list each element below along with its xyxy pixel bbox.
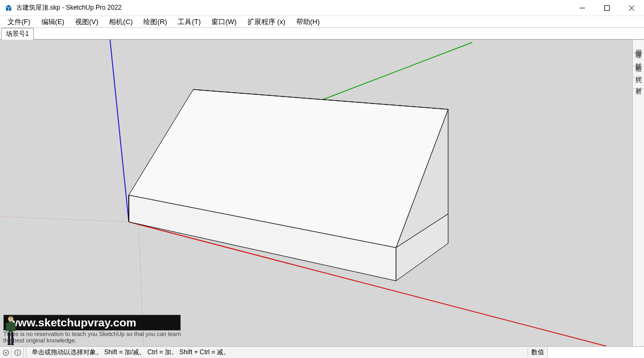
viewport[interactable]: www.sketchupvray.com There is no reserva… bbox=[0, 40, 632, 346]
measure-input[interactable] bbox=[547, 347, 644, 358]
watermark: www.sketchupvray.com There is no reserva… bbox=[3, 315, 181, 344]
watermark-url: www.sketchupvray.com bbox=[3, 315, 181, 331]
window-controls bbox=[570, 0, 644, 16]
menu-tools[interactable]: 工具(T) bbox=[172, 16, 206, 28]
info-icon[interactable] bbox=[12, 347, 24, 359]
svg-point-10 bbox=[8, 316, 13, 322]
workspace: www.sketchupvray.com There is no reserva… bbox=[0, 40, 644, 346]
svg-point-17 bbox=[11, 343, 14, 345]
minimize-button[interactable] bbox=[570, 0, 595, 16]
close-button[interactable] bbox=[619, 0, 644, 16]
svg-rect-11 bbox=[8, 322, 13, 332]
watermark-sub1: There is no reservation to teach you Ske… bbox=[3, 331, 181, 338]
measure-label: 数值 bbox=[528, 348, 547, 357]
tray-tab-model-manage[interactable]: 模型管理 bbox=[633, 40, 644, 53]
svg-rect-1 bbox=[605, 5, 610, 10]
svg-rect-12 bbox=[8, 332, 10, 343]
tray-tab-styles[interactable]: 样式 bbox=[633, 66, 644, 78]
app-icon bbox=[4, 4, 13, 12]
tray-tab-materials[interactable]: 材质 bbox=[633, 78, 644, 89]
svg-rect-21 bbox=[17, 352, 18, 354]
menubar: 文件(F) 编辑(E) 视图(V) 相机(C) 绘图(R) 工具(T) 窗口(W… bbox=[0, 16, 644, 28]
geo-icon[interactable] bbox=[0, 347, 12, 359]
svg-point-16 bbox=[8, 343, 11, 345]
model bbox=[129, 89, 448, 281]
axis-z bbox=[110, 40, 129, 222]
axis-y bbox=[311, 42, 472, 104]
watermark-sub2: the best original knowledge. bbox=[3, 337, 181, 344]
menu-draw[interactable]: 绘图(R) bbox=[138, 16, 172, 28]
statusbar: 单击或拖动以选择对象。 Shift = 加/减。 Ctrl = 加。 Shift… bbox=[0, 346, 644, 358]
right-tray: 模型管理 默认面板 样式 材质 bbox=[632, 40, 644, 346]
status-hint: 单击或拖动以选择对象。 Shift = 加/减。 Ctrl = 加。 Shift… bbox=[28, 348, 233, 357]
menu-help[interactable]: 帮助(H) bbox=[291, 16, 325, 28]
titlebar: 古建筑屋顶.skp - SketchUp Pro 2022 bbox=[0, 0, 644, 16]
maximize-button[interactable] bbox=[595, 0, 619, 16]
menu-edit[interactable]: 编辑(E) bbox=[36, 16, 70, 28]
window-title: 古建筑屋顶.skp - SketchUp Pro 2022 bbox=[16, 3, 122, 12]
svg-point-22 bbox=[17, 350, 18, 352]
menu-extensions[interactable]: 扩展程序 (x) bbox=[242, 16, 291, 28]
scene-tab-1[interactable]: 场景号1 bbox=[1, 28, 34, 40]
svg-rect-14 bbox=[6, 323, 8, 331]
svg-rect-15 bbox=[13, 323, 16, 331]
menu-file[interactable]: 文件(F) bbox=[2, 16, 36, 28]
svg-point-19 bbox=[5, 352, 6, 353]
svg-rect-13 bbox=[11, 332, 13, 343]
axis-x-negative bbox=[0, 217, 129, 222]
scene-tabs: 场景号1 bbox=[0, 28, 644, 40]
menu-camera[interactable]: 相机(C) bbox=[104, 16, 138, 28]
tray-tab-default-panel[interactable]: 默认面板 bbox=[633, 53, 644, 66]
person-icon bbox=[3, 315, 18, 346]
menu-window[interactable]: 窗口(W) bbox=[206, 16, 242, 28]
menu-view[interactable]: 视图(V) bbox=[70, 16, 104, 28]
